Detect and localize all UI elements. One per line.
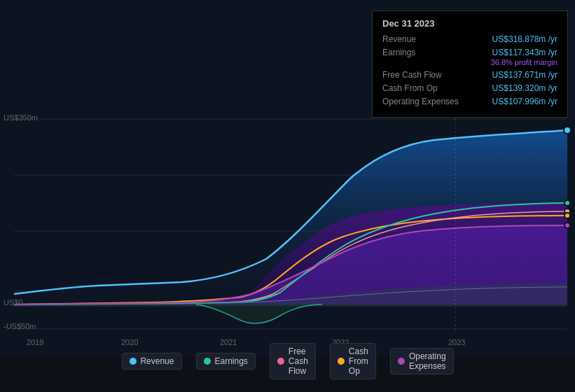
legend-dot-revenue: [129, 358, 136, 365]
tooltip-value-fcf: US$137.671m /yr: [492, 70, 557, 80]
y-axis-label-neg50: -US$50m: [4, 322, 36, 330]
legend-dot-fcf: [277, 358, 284, 365]
tooltip-value-cashfromop: US$139.320m /yr: [492, 83, 557, 93]
legend-dot-earnings: [203, 358, 210, 365]
tooltip-earnings-value-group: US$117.343m /yr 36.8% profit margin: [491, 48, 557, 66]
tooltip-row-revenue: Revenue US$318.878m /yr: [382, 34, 557, 44]
y-axis-label-350: US$350m: [4, 113, 38, 122]
chart-container: US$350m US$0 -US$50m 2019 2020 2021 2022…: [0, 0, 575, 392]
legend-item-earnings[interactable]: Earnings: [195, 353, 255, 370]
tooltip-value-revenue: US$318.878m /yr: [492, 34, 557, 44]
legend-label-cashfromop: Cash From Op: [349, 346, 368, 376]
tooltip-row-opexp: Operating Expenses US$107.996m /yr: [382, 97, 557, 106]
tooltip-label-fcf: Free Cash Flow: [382, 70, 459, 80]
svg-point-11: [564, 223, 570, 228]
tooltip-row-cashfromop: Cash From Op US$139.320m /yr: [382, 83, 557, 93]
legend-dot-cashfromop: [338, 358, 345, 365]
legend-item-opexp[interactable]: Operating Expenses: [390, 348, 454, 374]
legend-label-fcf: Free Cash Flow: [289, 346, 308, 376]
tooltip-row-fcf: Free Cash Flow US$137.671m /yr: [382, 70, 557, 80]
x-axis-label-2019: 2019: [27, 338, 43, 346]
legend-item-revenue[interactable]: Revenue: [121, 353, 181, 370]
svg-point-10: [564, 213, 570, 218]
tooltip-value-earnings: US$117.343m /yr: [492, 48, 557, 57]
tooltip-profit-margin: 36.8% profit margin: [491, 58, 557, 66]
legend-item-cashfromop[interactable]: Cash From Op: [330, 343, 376, 379]
tooltip-label-revenue: Revenue: [382, 34, 459, 44]
tooltip-label-cashfromop: Cash From Op: [382, 83, 459, 93]
y-axis-label-0: US$0: [4, 298, 23, 307]
svg-point-7: [564, 127, 571, 134]
svg-point-8: [564, 200, 570, 206]
tooltip-box: Dec 31 2023 Revenue US$318.878m /yr Earn…: [372, 10, 568, 118]
legend-label-opexp: Operating Expenses: [409, 351, 446, 371]
legend-label-earnings: Earnings: [214, 356, 247, 366]
legend-item-fcf[interactable]: Free Cash Flow: [270, 343, 316, 379]
tooltip-label-earnings: Earnings: [382, 48, 459, 57]
tooltip-value-opexp: US$107.996m /yr: [492, 97, 557, 106]
tooltip-row-earnings: Earnings US$117.343m /yr 36.8% profit ma…: [382, 48, 557, 66]
tooltip-label-opexp: Operating Expenses: [382, 97, 459, 106]
chart-legend: Revenue Earnings Free Cash Flow Cash Fro…: [121, 343, 453, 379]
tooltip-date: Dec 31 2023: [382, 18, 557, 29]
legend-dot-opexp: [398, 358, 405, 365]
legend-label-revenue: Revenue: [140, 356, 174, 366]
